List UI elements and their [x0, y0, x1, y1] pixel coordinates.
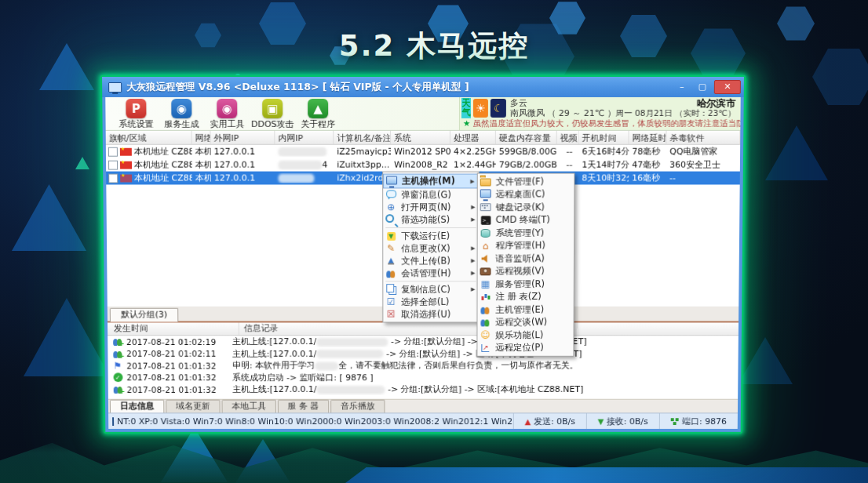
log-row[interactable]: + 2017-08-21 01:01:32 主机上线:[127.0.0.1/ -… — [108, 383, 739, 395]
titlebar[interactable]: 大灰狼远程管理 V8.96 <Deluxe 1118> [ 钻石 VIP版 - … — [102, 77, 744, 97]
system-settings-icon: P — [126, 99, 146, 118]
service-manage-icon: ▦ — [480, 279, 491, 289]
menu-item-select-all[interactable]: ☑选择全部(L) — [383, 296, 478, 308]
page-background: 5.2 木马远控 大灰狼远程管理 V8.96 <Deluxe 1118> [ 钻… — [0, 0, 868, 483]
listen-port: 端口: 9876 — [659, 413, 738, 429]
host-operations-submenu: 文件管理(F) 远程桌面(C) 键盘记录(K) >_CMD 终端(T) 系统管理… — [476, 173, 574, 357]
up-arrow-icon: ▲ — [525, 417, 531, 426]
program-manage-icon: ⌂ — [480, 241, 491, 251]
log-row[interactable]: + 2017-08-21 01:02:19 主机上线:[127.0.0.1/ -… — [108, 336, 739, 347]
submenu-item-system-manage[interactable]: 系统管理(Y) — [478, 227, 574, 239]
row-checkbox[interactable] — [108, 173, 118, 183]
triangle-decoration — [765, 125, 828, 180]
open-webpage-icon: ⊕ — [385, 202, 396, 212]
service-build-button[interactable]: ◉ 服务生成 — [159, 97, 204, 130]
utility-tools-button[interactable]: ◉ 实用工具 — [204, 97, 250, 130]
menu-item-download-run[interactable]: ▼下载运行(E) — [383, 230, 478, 242]
submenu-item-file-manager[interactable]: 文件管理(F) — [478, 176, 574, 188]
china-flag-icon — [120, 161, 132, 169]
remote-desktop-icon — [480, 190, 491, 198]
cmd-terminal-icon: >_ — [480, 216, 491, 225]
app-icon — [108, 82, 122, 92]
maximize-button[interactable]: ▢ — [692, 81, 713, 93]
submenu-arrow-icon: ▶ — [471, 258, 475, 264]
submenu-item-remote-video[interactable]: 远程视频(V) — [478, 265, 574, 278]
tab-log-info[interactable]: 日志信息 — [110, 400, 164, 414]
menu-item-open-webpage[interactable]: ⊕打开网页(N)▶ — [383, 201, 479, 213]
night-weather-icon: ☾ — [491, 98, 506, 117]
file-manager-icon — [480, 178, 491, 186]
submenu-arrow-icon: ▶ — [471, 270, 475, 276]
submenu-item-audio-monitor[interactable]: 语音监听(A) — [478, 252, 574, 265]
submenu-arrow-icon: ▶ — [470, 178, 474, 184]
remote-chat-icon — [480, 318, 491, 327]
censored-region — [316, 338, 388, 347]
submenu-item-host-manage[interactable]: 主机管理(E) — [477, 303, 573, 316]
bottom-tab-strip: 日志信息 域名更新 本地工具 服 务 器 音乐播放 — [108, 399, 738, 414]
registry-icon — [481, 296, 483, 300]
table-row[interactable]: 本机地址 CZ88... 本机 127.0.0.1 4 iZuitxt3pp..… — [106, 158, 740, 172]
ddos-attack-button[interactable]: ▣ DDOS攻击 — [250, 97, 295, 130]
utility-tools-icon: ◉ — [217, 99, 237, 118]
menu-item-filter-function[interactable]: 筛选功能(S)▶ — [383, 213, 478, 226]
menu-item-copy-info[interactable]: 复制信息(C)▶ — [383, 283, 478, 296]
menu-item-session-manage[interactable]: 会话管理(H)▶ — [383, 267, 478, 279]
host-table-header: 旗帜/区域网络 外网IP内网IP 计算机名/备注系统 处理器硬盘内存容量 视频开… — [106, 131, 741, 145]
menu-item-edit-info[interactable]: ✎信息更改(X)▶ — [383, 242, 478, 255]
submenu-item-remote-locate[interactable]: ↗远程定位(P) — [477, 342, 573, 354]
row-checkbox[interactable] — [108, 160, 118, 169]
weather-tip: ★ 虽然温度适宜但风力较大，仍较易发生感冒，体质较弱的朋友请注意适当防护。 — [460, 118, 741, 129]
day-weather-icon: ☀ — [473, 98, 489, 117]
submenu-item-remote-chat[interactable]: 远程交谈(W) — [477, 316, 573, 329]
keylogger-icon — [480, 204, 491, 212]
close-button[interactable]: ✕ — [714, 80, 741, 94]
down-arrow-icon: ▼ — [598, 417, 604, 426]
submenu-item-entertainment[interactable]: ☺娱乐功能(L) — [477, 329, 573, 341]
menu-item-deselect[interactable]: ☒取消选择(U) — [383, 308, 478, 321]
menu-item-popup-message[interactable]: 弹窗消息(G) — [383, 188, 479, 201]
menu-separator — [385, 227, 476, 228]
menu-item-host-operations[interactable]: 主机操作(M)▶ — [383, 174, 479, 189]
censored-region — [316, 386, 385, 394]
menu-item-file-upload[interactable]: ▲文件上传(B)▶ — [383, 255, 478, 267]
table-row[interactable]: 本机地址 CZ88... 本机 127.0.0.1 iZ25mayicp3Z W… — [106, 145, 740, 158]
file-upload-icon: ▲ — [388, 257, 395, 264]
triangle-decoration — [75, 157, 89, 169]
about-program-button[interactable]: ▲ 关于程序 — [295, 97, 341, 130]
bottom-blue-strip-decoration — [345, 467, 868, 483]
row-checkbox[interactable] — [108, 147, 118, 156]
computer-icon — [112, 417, 114, 426]
menu-separator — [385, 281, 476, 281]
remote-video-icon — [480, 267, 491, 275]
submenu-item-remote-desktop[interactable]: 远程桌面(C) — [478, 188, 574, 201]
system-settings-button[interactable]: P 系统设置 — [113, 97, 159, 130]
ddos-attack-icon: ▣ — [262, 99, 283, 118]
tab-music-player[interactable]: 音乐播放 — [330, 400, 385, 414]
log-row[interactable]: + 2017-08-21 01:02:11 主机上线:[127.0.0.1/ -… — [108, 347, 738, 359]
submenu-item-service-manage[interactable]: ▦服务管理(R) — [478, 278, 574, 290]
minimize-button[interactable]: – — [672, 81, 692, 93]
submenu-item-keylogger[interactable]: 键盘记录(K) — [478, 201, 574, 213]
submenu-arrow-icon: ▶ — [471, 204, 475, 210]
censored-region — [316, 350, 383, 358]
tab-server[interactable]: 服 务 器 — [278, 400, 329, 414]
tab-domain-update[interactable]: 域名更新 — [166, 400, 220, 414]
censored-region — [279, 174, 315, 183]
app-window: 大灰狼远程管理 V8.96 <Deluxe 1118> [ 钻石 VIP版 - … — [100, 75, 746, 434]
log-row[interactable]: ⚑ 2017-08-21 01:01:32 申明: 本软件用于学习全，请不要触犯… — [108, 360, 738, 372]
host-online-icon: + — [112, 337, 123, 346]
submenu-item-registry[interactable]: 注 册 表(Z) — [478, 291, 574, 303]
triangle-decoration — [24, 298, 110, 376]
submenu-item-cmd-terminal[interactable]: >_CMD 终端(T) — [478, 214, 574, 227]
submenu-arrow-icon: ▶ — [471, 245, 475, 252]
filter-function-icon — [385, 214, 394, 223]
log-row[interactable]: ✓ 2017-08-21 01:01:32 系统成功启动 -> 监听端口: [ … — [108, 372, 739, 383]
china-flag-icon — [120, 147, 132, 155]
toolbar: P 系统设置 ◉ 服务生成 ◉ 实用工具 ▣ DDOS攻击 — [105, 97, 740, 131]
submenu-item-program-manage[interactable]: ⌂程序管理(H) — [478, 239, 574, 252]
group-tab-default[interactable]: 默认分组(3) — [110, 308, 179, 322]
censored-region — [278, 147, 326, 157]
weather-wind: 南风微风 （ 29 ～ 21℃ ） — [510, 107, 616, 118]
censored-region — [278, 161, 322, 170]
tab-local-tools[interactable]: 本地工具 — [221, 400, 275, 414]
